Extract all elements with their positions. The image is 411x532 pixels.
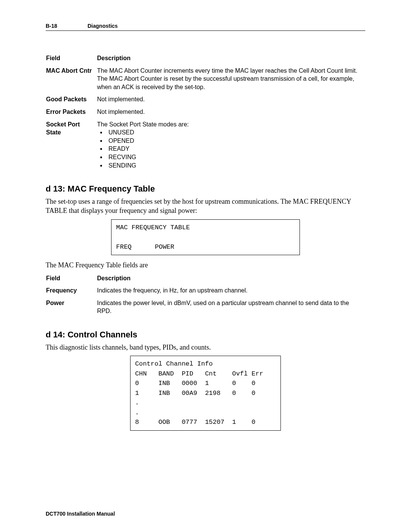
field-name: Good Packets: [46, 95, 97, 107]
list-item: SENDING: [100, 161, 365, 170]
col-header-description: Description: [97, 274, 365, 286]
list-item: OPENED: [100, 137, 365, 145]
section-heading-d14: d 14: Control Channels: [46, 330, 365, 340]
list-item: READY: [100, 145, 365, 153]
field-desc: Not implemented.: [97, 95, 365, 107]
table-row: Power Indicates the power level, in dBmV…: [46, 299, 365, 319]
field-table-1: Field Description MAC Abort Cntr The MAC…: [46, 54, 365, 173]
mono-box-control-channels: Control Channel Info CHN BAND PID Cnt Ov…: [130, 356, 281, 431]
col-header-field: Field: [46, 54, 97, 66]
list-item: UNUSED: [100, 128, 365, 137]
page-number: B-18: [46, 23, 88, 29]
section-paragraph: This diagnostic lists channels, band typ…: [46, 343, 365, 352]
page-footer: DCT700 Installation Manual: [46, 511, 115, 517]
page-header: B-18 Diagnostics: [46, 23, 365, 31]
field-table-2: Field Description Frequency Indicates th…: [46, 274, 365, 319]
socket-intro: The Socket Port State modes are:: [97, 121, 189, 128]
list-item: RECVING: [100, 153, 365, 161]
field-name: MAC Abort Cntr: [46, 66, 97, 95]
field-desc: Indicates the power level, in dBmV, used…: [97, 299, 365, 319]
table-row: Error Packets Not implemented.: [46, 107, 365, 120]
table-row: MAC Abort Cntr The MAC Abort Counter inc…: [46, 66, 365, 95]
socket-state-list: UNUSED OPENED READY RECVING SENDING: [97, 128, 365, 169]
field-name: Power: [46, 299, 97, 319]
section-paragraph: The MAC Frequency Table fields are: [46, 260, 365, 270]
mono-box-freq-table: MAC FREQUENCY TABLE FREQ POWER: [111, 219, 300, 256]
field-desc: Indicates the frequency, in Hz, for an u…: [97, 286, 365, 299]
table-row: Socket Port State The Socket Port State …: [46, 120, 365, 174]
page-section: Diagnostics: [88, 23, 118, 29]
table-row: Good Packets Not implemented.: [46, 95, 365, 107]
field-name: Socket Port State: [46, 120, 97, 174]
field-name: Error Packets: [46, 107, 97, 120]
col-header-description: Description: [97, 54, 365, 66]
field-desc: Not implemented.: [97, 107, 365, 120]
field-name: Frequency: [46, 286, 97, 299]
section-heading-d13: d 13: MAC Frequency Table: [46, 184, 365, 194]
page: B-18 Diagnostics Field Description MAC A…: [0, 0, 411, 532]
section-paragraph: The set-top uses a range of frequencies …: [46, 197, 365, 216]
field-desc: The Socket Port State modes are: UNUSED …: [97, 120, 365, 174]
col-header-field: Field: [46, 274, 97, 286]
table-row: Frequency Indicates the frequency, in Hz…: [46, 286, 365, 299]
field-desc: The MAC Abort Counter increments every t…: [97, 66, 365, 95]
